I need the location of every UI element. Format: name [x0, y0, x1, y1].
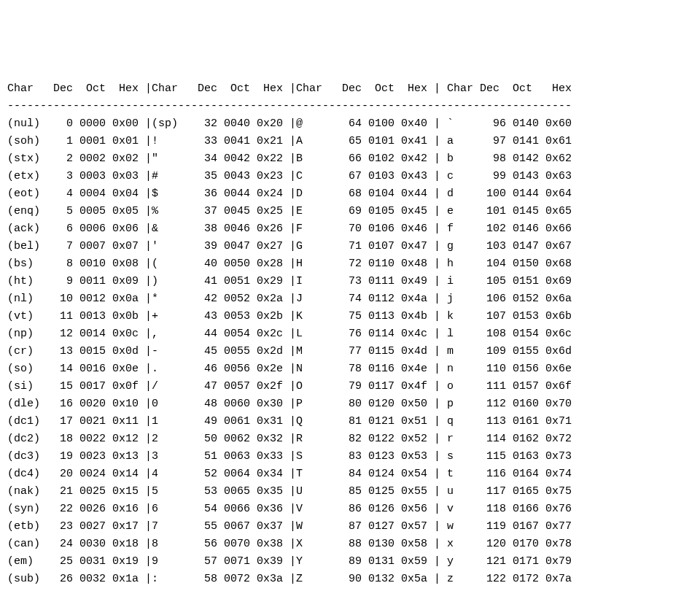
ascii-table: Char Dec Oct Hex |Char Dec Oct Hex |Char…	[7, 80, 693, 591]
